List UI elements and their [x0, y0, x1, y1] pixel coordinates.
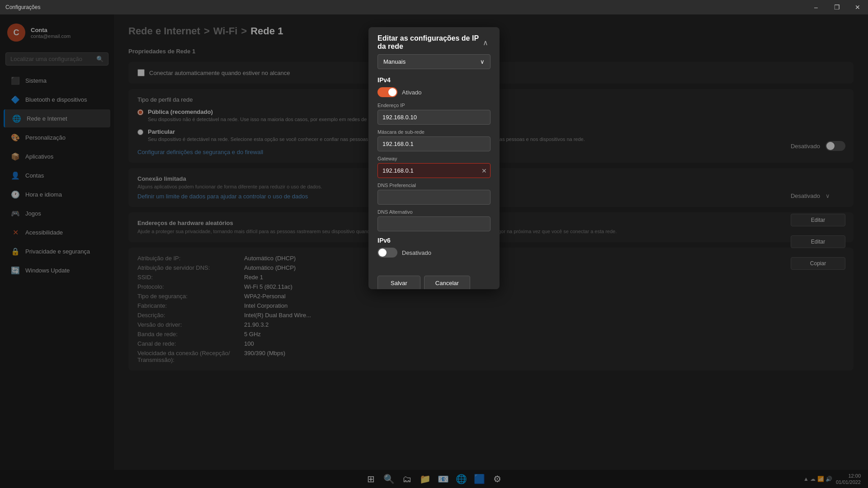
dialog-title: Editar as configurações de IP da rede — [377, 34, 481, 51]
dns-pref-input[interactable] — [377, 190, 491, 205]
window-controls: – ❐ ✕ — [806, 0, 868, 14]
ip-address-input[interactable] — [377, 110, 491, 125]
gateway-label: Gateway — [377, 156, 491, 161]
window-title: Configurações — [5, 4, 40, 10]
ipv4-section: IPv4 Ativado Endereço IP — [377, 76, 491, 231]
ipv6-toggle-label: Desativado — [402, 249, 431, 256]
dropdown-chevron-icon: ∨ — [480, 58, 485, 65]
close-button[interactable]: ✕ — [847, 0, 868, 14]
dialog-footer: Salvar Cancelar — [368, 270, 500, 289]
title-bar: Configurações – ❐ ✕ — [0, 0, 868, 14]
ipv4-toggle[interactable] — [377, 87, 397, 97]
subnet-input[interactable] — [377, 136, 491, 151]
subnet-label: Máscara de sub-rede — [377, 129, 491, 135]
ipv6-toggle[interactable] — [377, 248, 397, 258]
ip-mode-label: Manuais — [383, 58, 406, 65]
ipv4-toggle-label: Ativado — [402, 89, 421, 96]
gateway-clear-button[interactable]: ✕ — [481, 167, 487, 174]
ip-mode-dropdown[interactable]: Manuais ∨ — [377, 54, 491, 69]
gateway-input-wrapper: ✕ — [377, 163, 491, 178]
minimize-button[interactable]: – — [806, 0, 826, 14]
ipv6-label: IPv6 — [377, 237, 491, 244]
subnet-field: Máscara de sub-rede — [377, 129, 491, 151]
maximize-button[interactable]: ❐ — [826, 0, 847, 14]
ip-address-label: Endereço IP — [377, 103, 491, 108]
dialog-close-button[interactable]: ∧ — [481, 36, 491, 49]
dns-alt-label: DNS Alternativo — [377, 209, 491, 215]
ip-settings-dialog: Editar as configurações de IP da rede ∧ … — [368, 27, 500, 289]
gateway-input[interactable] — [377, 163, 491, 178]
dialog-body: Manuais ∨ IPv4 Ativado Endereço — [368, 54, 500, 270]
cancel-button[interactable]: Cancelar — [424, 276, 470, 289]
dns-pref-label: DNS Preferencial — [377, 183, 491, 188]
dialog-overlay: Editar as configurações de IP da rede ∧ … — [0, 0, 868, 488]
ipv6-toggle-row: Desativado — [377, 248, 491, 258]
gateway-field: Gateway ✕ — [377, 156, 491, 178]
ipv4-label: IPv4 — [377, 76, 491, 84]
ipv6-section: IPv6 Desativado — [377, 237, 491, 258]
ip-address-field: Endereço IP — [377, 103, 491, 125]
ipv4-toggle-row: Ativado — [377, 87, 491, 97]
dns-alt-input[interactable] — [377, 216, 491, 231]
save-button[interactable]: Salvar — [377, 276, 420, 289]
dns-pref-field: DNS Preferencial — [377, 183, 491, 205]
dns-alt-field: DNS Alternativo — [377, 209, 491, 231]
dialog-header: Editar as configurações de IP da rede ∧ — [368, 27, 500, 54]
